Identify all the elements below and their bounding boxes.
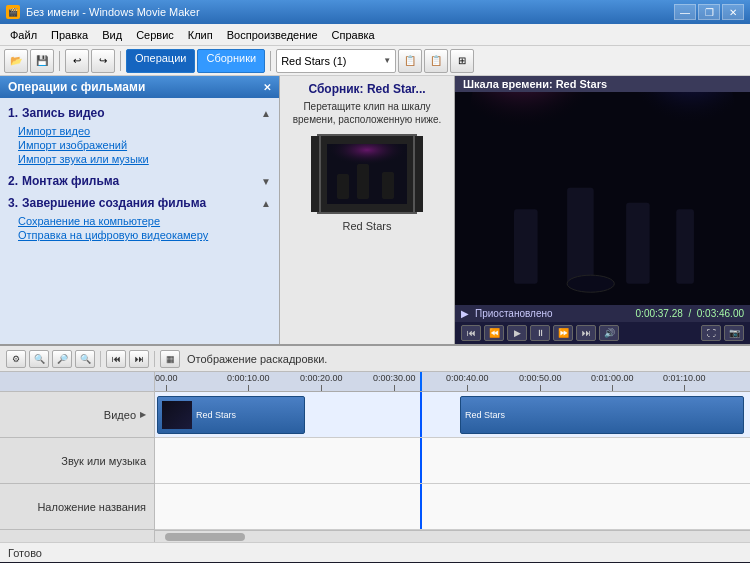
transport-fullscreen-button[interactable]: ⛶ [701,325,721,341]
ruler-label-spacer [0,372,154,392]
window-title: Без имени - Windows Movie Maker [26,6,200,18]
tl-sep-2 [154,351,155,367]
minimize-button[interactable]: — [674,4,696,20]
operations-panel-header: Операции с фильмами ✕ [0,76,279,98]
toolbar-btn-extra2[interactable]: 📋 [424,49,448,73]
timeline-area: ⚙ 🔍 🔎 🔍 ⏮ ⏭ ▦ Отображение раскадровки. В… [0,346,750,542]
svg-rect-9 [567,188,594,284]
import-images-link[interactable]: Импорт изображений [8,138,271,152]
timeline-scrollbar[interactable] [155,530,750,542]
transport-snapshot-button[interactable]: 📷 [724,325,744,341]
ruler-tick-4-label: 0:00:40.00 [446,373,489,383]
section-record-video: 1. Запись видео ▲ Импорт видео Импорт из… [8,106,271,166]
operations-panel-title: Операции с фильмами [8,80,145,94]
svg-rect-2 [337,174,349,199]
tl-next-frame[interactable]: ⏭ [129,350,149,368]
svg-rect-4 [382,172,394,199]
redo-button[interactable]: ↪ [91,49,115,73]
track-labels: Видео ▶ Звук или музыка Наложение назван… [0,372,155,542]
ruler-tick-5-label: 0:00:50.00 [519,373,562,383]
collection-dropdown[interactable]: Red Stars (1) ▼ [276,49,396,73]
menu-view[interactable]: Вид [96,27,128,43]
section-3-arrow-icon[interactable]: ▲ [261,198,271,209]
collection-dropdown-value: Red Stars (1) [281,55,381,67]
send-to-camera-link[interactable]: Отправка на цифровую видеокамеру [8,228,271,242]
video-track-expand-icon[interactable]: ▶ [140,410,146,419]
overlay-track-playhead [420,484,422,529]
ruler-tick-7-label: 0:01:10.00 [663,373,706,383]
ruler-tick-1-line [248,385,249,391]
preview-time-total: 0:03:46.00 [697,308,744,319]
menu-playback[interactable]: Воспроизведение [221,27,324,43]
ruler-tick-5-line [540,385,541,391]
panel-close-button[interactable]: ✕ [263,82,271,93]
transport-pause-button[interactable]: ⏸ [530,325,550,341]
section-1-number: 1. [8,106,18,120]
import-video-link[interactable]: Импорт видео [8,124,271,138]
operations-tab[interactable]: Операции [126,49,195,73]
overlay-track-row [155,484,750,530]
tl-mode-label: Отображение раскадровки. [187,353,327,365]
restore-button[interactable]: ❐ [698,4,720,20]
tl-btn-2[interactable]: 🔍 [29,350,49,368]
video-track-playhead [420,392,422,437]
timeline-toolbar: ⚙ 🔍 🔎 🔍 ⏮ ⏭ ▦ Отображение раскадровки. [0,346,750,372]
ruler-tick-2-label: 0:00:20.00 [300,373,343,383]
section-edit-film-title: 2. Монтаж фильма ▼ [8,174,271,188]
section-2-label: Монтаж фильма [22,174,261,188]
dropdown-arrow-icon: ▼ [383,56,391,65]
menu-edit[interactable]: Правка [45,27,94,43]
svg-rect-3 [357,164,369,199]
tl-zoom-out[interactable]: 🔍 [75,350,95,368]
ruler-tick-2: 0:00:20.00 [300,373,343,391]
toolbar-sep-1 [59,51,60,71]
toolbar-sep-3 [270,51,271,71]
section-2-arrow-icon[interactable]: ▼ [261,176,271,187]
ruler-tick-6-line [612,385,613,391]
clip-1-thumbnail [162,401,192,429]
transport-end-button[interactable]: ⏭ [576,325,596,341]
save-button[interactable]: 💾 [30,49,54,73]
close-button[interactable]: ✕ [722,4,744,20]
transport-forward-button[interactable]: ⏩ [553,325,573,341]
save-to-computer-link[interactable]: Сохранение на компьютере [8,214,271,228]
open-button[interactable]: 📂 [4,49,28,73]
ruler-tick-6: 0:01:00.00 [591,373,634,391]
toolbar-btn-extra1[interactable]: 📋 [398,49,422,73]
tl-sep-1 [100,351,101,367]
collections-tab[interactable]: Сборники [197,49,265,73]
undo-button[interactable]: ↩ [65,49,89,73]
tl-prev-frame[interactable]: ⏮ [106,350,126,368]
section-1-arrow-icon[interactable]: ▲ [261,108,271,119]
tl-storyboard-view[interactable]: ▦ [160,350,180,368]
video-track-label: Видео ▶ [0,392,154,438]
menu-tools[interactable]: Сервис [130,27,180,43]
tl-btn-1[interactable]: ⚙ [6,350,26,368]
ruler-tick-7: 0:01:10.00 [663,373,706,391]
video-track-label-text: Видео [104,409,136,421]
preview-status-text: Приостановлено [475,308,553,319]
ruler-tick-7-line [684,385,685,391]
menu-file[interactable]: Файл [4,27,43,43]
transport-start-button[interactable]: ⏮ [461,325,481,341]
operations-panel-body: 1. Запись видео ▲ Импорт видео Импорт из… [0,98,279,344]
tl-zoom-in[interactable]: 🔎 [52,350,72,368]
transport-play-button[interactable]: ▶ [507,325,527,341]
status-bar: Готово [0,542,750,562]
svg-rect-11 [676,209,694,284]
menu-help[interactable]: Справка [326,27,381,43]
menu-clip[interactable]: Клип [182,27,219,43]
window-controls: — ❐ ✕ [674,4,744,20]
main-content: Операции с фильмами ✕ 1. Запись видео ▲ … [0,76,750,346]
ruler-playhead[interactable] [420,372,422,391]
toolbar-btn-grid[interactable]: ⊞ [450,49,474,73]
preview-header: Шкала времени: Red Stars [455,76,750,92]
transport-volume-button[interactable]: 🔊 [599,325,619,341]
transport-rewind-button[interactable]: ⏪ [484,325,504,341]
preview-transport: ⏮ ⏪ ▶ ⏸ ⏩ ⏭ 🔊 ⛶ 📷 [455,322,750,344]
scrollbar-thumb[interactable] [165,533,245,541]
import-audio-link[interactable]: Импорт звука или музыки [8,152,271,166]
main-toolbar: 📂 💾 ↩ ↪ Операции Сборники Red Stars (1) … [0,46,750,76]
video-clip-2[interactable]: Red Stars [460,396,744,434]
video-clip-1[interactable]: Red Stars [157,396,305,434]
